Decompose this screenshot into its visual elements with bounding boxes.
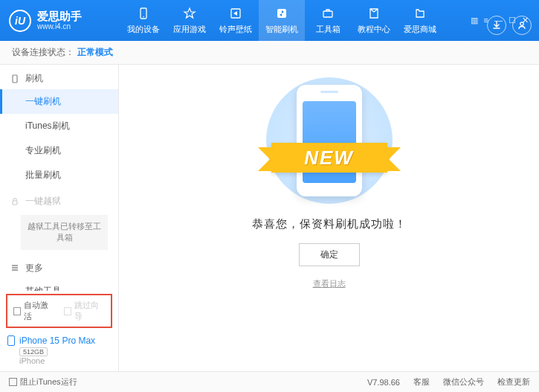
nav-tab-6[interactable]: 爱思商城 (397, 0, 443, 41)
phone-icon (7, 335, 15, 346)
svg-point-1 (143, 16, 144, 18)
status-label: 设备连接状态： (12, 46, 74, 59)
sidebar-item-flash-3[interactable]: 批量刷机 (0, 163, 118, 187)
nav-icon (182, 6, 197, 21)
new-banner: NEW (271, 143, 387, 173)
svg-rect-7 (13, 201, 17, 205)
device-name[interactable]: iPhone 15 Pro Max (19, 335, 95, 346)
sidebar-group-more[interactable]: 更多 (0, 254, 118, 279)
jailbreak-note: 越狱工具已转移至工具箱 (21, 215, 108, 250)
sidebar-item-flash-0[interactable]: 一键刷机 (0, 89, 118, 114)
auto-activate-checkbox[interactable]: 自动激活 (13, 300, 55, 322)
nav-tabs: 我的设备应用游戏铃声壁纸智能刷机工具箱教程中心爱思商城 (120, 0, 443, 41)
svg-rect-6 (13, 75, 17, 83)
status-value: 正常模式 (77, 46, 113, 59)
device-type: iPhone (19, 356, 111, 365)
main-content: NEW 恭喜您，保资料刷机成功啦！ 确定 查看日志 (119, 65, 539, 371)
sidebar: 刷机 一键刷机iTunes刷机专业刷机批量刷机 一键越狱 越狱工具已转移至工具箱… (0, 65, 119, 371)
sidebar-group-flash[interactable]: 刷机 (0, 65, 118, 89)
nav-icon (367, 6, 381, 21)
app-title: 爱思助手 (37, 10, 82, 23)
success-message: 恭喜您，保资料刷机成功啦！ (252, 217, 407, 231)
user-button[interactable] (512, 16, 532, 35)
sidebar-group-jailbreak: 一键越狱 (0, 187, 118, 212)
download-button[interactable] (487, 16, 506, 35)
svg-point-5 (520, 22, 523, 25)
nav-icon (413, 6, 427, 21)
nav-icon (136, 6, 151, 21)
update-link[interactable]: 检查更新 (497, 376, 530, 388)
nav-tab-5[interactable]: 教程中心 (351, 0, 397, 41)
version-label: V7.98.66 (367, 378, 400, 387)
footer: 阻止iTunes运行 V7.98.66 客服 微信公众号 检查更新 (0, 371, 539, 392)
success-illustration: NEW (251, 75, 407, 205)
device-info: iPhone 15 Pro Max 512GB iPhone (7, 335, 111, 365)
logo-area: iU 爱思助手 www.i4.cn (9, 10, 120, 32)
qr-icon[interactable]: ▥ (471, 16, 478, 25)
nav-tab-2[interactable]: 铃声壁纸 (213, 0, 259, 41)
logo-icon: iU (9, 10, 31, 32)
nav-tab-3[interactable]: 智能刷机 (259, 0, 305, 41)
block-itunes-checkbox[interactable]: 阻止iTunes运行 (9, 376, 77, 388)
sidebar-item-flash-1[interactable]: iTunes刷机 (0, 114, 118, 138)
sidebar-item-flash-2[interactable]: 专业刷机 (0, 138, 118, 163)
svg-rect-4 (323, 11, 332, 17)
options-box: 自动激活 跳过向导 (6, 294, 112, 328)
app-url: www.i4.cn (37, 22, 82, 30)
skip-guide-checkbox: 跳过向导 (64, 300, 106, 322)
nav-tab-0[interactable]: 我的设备 (120, 0, 167, 41)
ok-button[interactable]: 确定 (299, 243, 360, 266)
wechat-link[interactable]: 微信公众号 (443, 376, 484, 388)
status-bar: 设备连接状态： 正常模式 (0, 41, 539, 65)
sidebar-item-more-0[interactable]: 其他工具 (0, 279, 118, 291)
support-link[interactable]: 客服 (413, 376, 430, 388)
nav-icon (228, 6, 243, 21)
nav-icon (320, 6, 335, 21)
nav-tab-4[interactable]: 工具箱 (305, 0, 351, 41)
device-storage: 512GB (19, 347, 48, 356)
nav-icon (274, 6, 289, 21)
nav-tab-1[interactable]: 应用游戏 (167, 0, 213, 41)
header: iU 爱思助手 www.i4.cn 我的设备应用游戏铃声壁纸智能刷机工具箱教程中… (0, 0, 539, 41)
view-log-link[interactable]: 查看日志 (313, 278, 346, 289)
